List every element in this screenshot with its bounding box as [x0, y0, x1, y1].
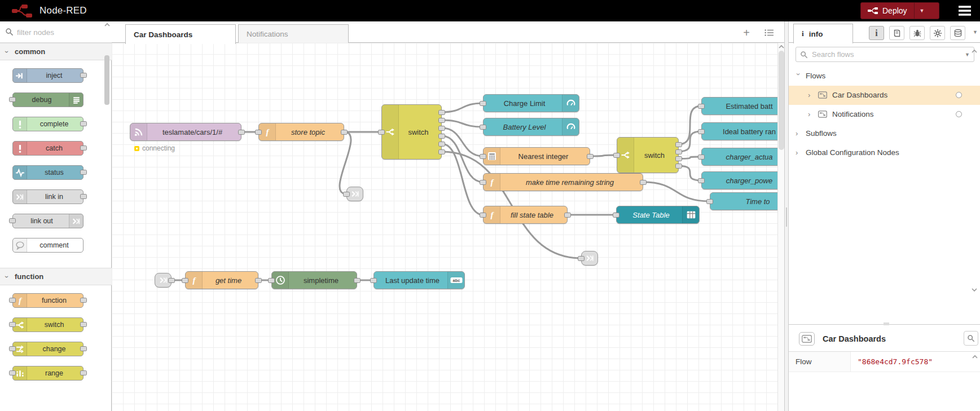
flow-enable-toggle[interactable] [956, 111, 962, 117]
input-port[interactable] [613, 153, 620, 158]
input-port[interactable] [370, 278, 377, 283]
input-port[interactable] [480, 125, 486, 130]
input-port[interactable] [9, 346, 16, 351]
palette-node-status[interactable]: status [12, 165, 84, 180]
node-switch[interactable]: switch [381, 104, 442, 160]
flow-enable-toggle[interactable] [956, 92, 962, 98]
input-port[interactable] [578, 256, 585, 261]
hamburger-menu-icon[interactable] [958, 5, 972, 16]
node-ideal-battery-ran[interactable]: Ideal battery ran [701, 122, 784, 140]
deploy-dropdown-caret[interactable]: ▼ [920, 8, 925, 14]
palette-node-function[interactable]: ffunction [12, 293, 84, 308]
node-estimated-batt[interactable]: Estimated batt [701, 97, 784, 115]
output-port[interactable] [354, 278, 361, 283]
input-port[interactable] [9, 322, 16, 327]
output-port[interactable] [438, 110, 445, 115]
wire[interactable] [340, 132, 351, 194]
sidebar-info-button[interactable]: i [869, 26, 884, 40]
input-port[interactable] [9, 370, 16, 375]
palette-node-link-in[interactable]: link in [12, 189, 84, 204]
deploy-button[interactable]: Deploy ▼ [860, 2, 939, 19]
node-get-time[interactable]: fget time [185, 271, 258, 289]
node-link[interactable] [155, 273, 172, 288]
node-link[interactable] [581, 251, 598, 266]
input-port[interactable] [378, 130, 385, 135]
palette-scrollbar[interactable] [104, 29, 110, 368]
wire[interactable] [442, 120, 483, 127]
output-port[interactable] [80, 170, 87, 175]
output-port[interactable] [438, 126, 445, 131]
search-flows-input[interactable] [812, 49, 959, 60]
filter-nodes-input[interactable] [17, 26, 102, 38]
output-port[interactable] [80, 145, 87, 151]
input-port[interactable] [9, 218, 16, 223]
tree-item-subflows[interactable]: ›Subflows [789, 124, 980, 143]
tree-scroll-up-icon[interactable] [971, 48, 978, 54]
node-simpletime[interactable]: simpletime [271, 271, 357, 289]
sidebar-help-button[interactable] [889, 26, 904, 40]
node-charge-limit[interactable]: Charge Limit [483, 94, 579, 112]
tree-scroll-down-icon[interactable] [971, 288, 978, 293]
palette-node-inject[interactable]: inject [12, 68, 84, 83]
chevron-icon[interactable]: › [808, 91, 814, 99]
flow-tab-car-dashboards[interactable]: Car Dashboards [125, 24, 236, 44]
input-port[interactable] [182, 278, 188, 283]
input-port[interactable] [698, 104, 705, 109]
input-port[interactable] [480, 101, 486, 106]
output-port[interactable] [238, 130, 245, 135]
palette-node-switch[interactable]: switch [12, 317, 84, 332]
node-last-update-time[interactable]: abcLast update time [373, 271, 465, 289]
sidebar-context-button[interactable] [950, 26, 965, 40]
output-port[interactable] [587, 154, 594, 159]
input-port[interactable] [698, 178, 705, 183]
chevron-icon[interactable]: › [808, 110, 814, 118]
output-port[interactable] [675, 142, 682, 147]
output-port[interactable] [675, 149, 682, 154]
output-port[interactable] [640, 180, 647, 185]
chevron-icon[interactable]: › [794, 73, 803, 79]
palette-scroll-thumb[interactable] [104, 55, 109, 105]
wire[interactable] [442, 103, 483, 112]
output-port[interactable] [80, 73, 87, 78]
output-port[interactable] [438, 118, 445, 123]
palette-category-function[interactable]: ›function [0, 268, 112, 285]
node-store-topic[interactable]: fstore topic [258, 123, 344, 141]
tree-item-global-configuration-nodes[interactable]: ›Global Configuration Nodes [789, 143, 980, 162]
output-port[interactable] [438, 142, 445, 147]
chevron-icon[interactable]: › [796, 129, 801, 138]
input-port[interactable] [343, 192, 350, 197]
node-time-to[interactable]: Time to [710, 192, 784, 210]
output-port[interactable] [255, 278, 262, 283]
tab-info[interactable]: i info [793, 24, 853, 43]
input-port[interactable] [480, 154, 486, 159]
output-port[interactable] [438, 149, 445, 154]
node-make-time-remaining-string[interactable]: fmake time remaining string [483, 173, 643, 191]
output-port[interactable] [80, 194, 87, 199]
palette-node-comment[interactable]: comment [12, 238, 84, 253]
output-port[interactable] [80, 298, 87, 303]
selection-search-button[interactable] [964, 331, 978, 346]
node-charger-powe[interactable]: charger_powe [701, 171, 784, 189]
sidebar-tabs-caret[interactable]: ▼ [973, 29, 978, 35]
scroll-up-icon[interactable] [104, 23, 110, 27]
canvas-scroll-thumb[interactable] [779, 51, 784, 150]
input-port[interactable] [480, 180, 486, 185]
input-port[interactable] [706, 199, 713, 204]
input-port[interactable] [268, 278, 275, 283]
output-port[interactable] [168, 278, 175, 283]
search-flows-caret[interactable]: ▼ [965, 52, 970, 58]
wire[interactable] [590, 155, 617, 156]
output-port[interactable] [675, 163, 682, 169]
tree-item-flows[interactable]: ›Flows [789, 67, 980, 86]
palette-node-catch[interactable]: catch [12, 141, 84, 156]
output-port[interactable] [341, 130, 348, 135]
output-port[interactable] [675, 156, 682, 161]
palette-node-debug[interactable]: debug [12, 92, 84, 107]
palette-category-common[interactable]: ›common [0, 43, 112, 60]
input-port[interactable] [9, 97, 16, 102]
input-port[interactable] [9, 298, 16, 303]
node-charger-actua[interactable]: charger_actua [701, 148, 784, 166]
input-port[interactable] [480, 213, 486, 218]
output-port[interactable] [80, 121, 87, 126]
node-fill-state-table[interactable]: ffill state table [483, 206, 568, 224]
